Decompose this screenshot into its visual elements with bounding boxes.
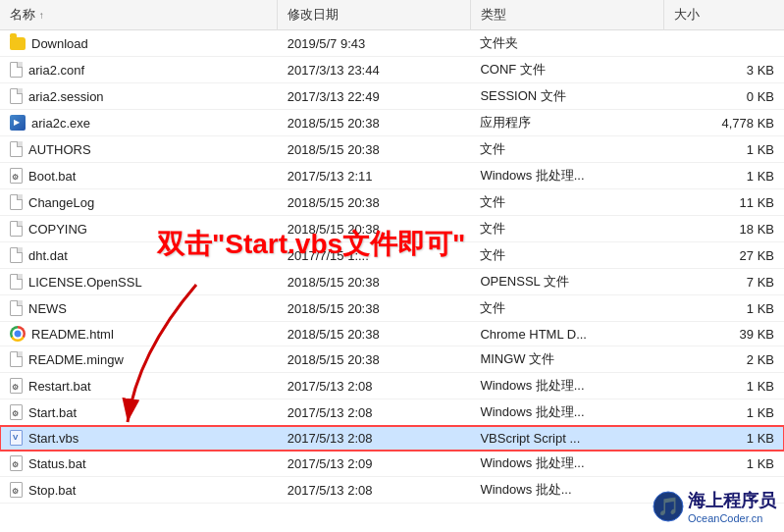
file-type: SESSION 文件 [470, 83, 663, 110]
header-type[interactable]: 类型 [470, 0, 663, 30]
table-row[interactable]: ⚙Boot.bat2017/5/13 2:11Windows 批处理...1 K… [0, 163, 784, 189]
table-row[interactable]: aria2c.exe2018/5/15 20:38应用程序4,778 KB [0, 110, 784, 136]
header-date[interactable]: 修改日期 [278, 0, 471, 30]
file-name-cell: AUTHORS [0, 136, 278, 163]
file-date: 2017/5/13 2:08 [278, 477, 471, 504]
file-icon [10, 88, 23, 104]
table-row[interactable]: Start.vbs2017/5/13 2:08VBScript Script .… [0, 426, 784, 451]
watermark-label: 海上程序员 OceanCoder.cn [688, 489, 776, 524]
file-size: 0 KB [663, 83, 784, 110]
file-type: Windows 批处... [470, 477, 663, 504]
file-date: 2018/5/15 20:38 [278, 216, 471, 242]
file-name-cell: README.mingw [0, 346, 278, 373]
file-name-label: Restart.bat [28, 379, 91, 394]
file-name-label: Start.vbs [28, 431, 78, 446]
file-type: CONF 文件 [470, 57, 663, 83]
file-name-cell: aria2.conf [0, 57, 278, 83]
file-icon [10, 62, 23, 78]
file-name-cell: Start.vbs [0, 426, 278, 451]
file-name-label: LICENSE.OpenSSL [28, 275, 142, 290]
table-row[interactable]: COPYING2018/5/15 20:38文件18 KB [0, 216, 784, 242]
file-name-label: Boot.bat [28, 169, 76, 184]
table-row[interactable]: aria2.session2017/3/13 22:49SESSION 文件0 … [0, 83, 784, 110]
table-row[interactable]: LICENSE.OpenSSL2018/5/15 20:38OPENSSL 文件… [0, 269, 784, 295]
file-date: 2018/5/15 20:38 [278, 110, 471, 136]
table-row[interactable]: ⚙Status.bat2017/5/13 2:09Windows 批处理...1… [0, 451, 784, 477]
file-size [663, 30, 784, 57]
file-date: 2018/5/15 20:38 [278, 295, 471, 322]
file-name-label: aria2.conf [28, 63, 84, 78]
file-size: 4,778 KB [663, 110, 784, 136]
file-type: 文件 [470, 242, 663, 269]
file-type: 应用程序 [470, 110, 663, 136]
file-date: 2019/5/7 9:43 [278, 30, 471, 57]
table-row[interactable]: ⚙Restart.bat2017/5/13 2:08Windows 批处理...… [0, 373, 784, 399]
file-name-cell: aria2c.exe [0, 110, 278, 136]
file-icon [10, 274, 23, 290]
table-row[interactable]: README.html2018/5/15 20:38Chrome HTML D.… [0, 322, 784, 346]
watermark-logo-icon: 🎵 [653, 491, 684, 522]
table-row[interactable]: AUTHORS2018/5/15 20:38文件1 KB [0, 136, 784, 163]
file-size: 27 KB [663, 242, 784, 269]
file-name-cell: ⚙Boot.bat [0, 163, 278, 189]
svg-text:🎵: 🎵 [657, 496, 680, 517]
file-type: 文件 [470, 136, 663, 163]
file-name-cell: dht.dat [0, 242, 278, 269]
file-type: MINGW 文件 [470, 346, 663, 373]
file-date: 2018/5/15 20:38 [278, 189, 471, 216]
watermark-brand: 海上程序员 [688, 489, 776, 512]
file-size: 1 KB [663, 426, 784, 451]
file-date: 2018/5/15 20:38 [278, 346, 471, 373]
file-icon: ⚙ [10, 455, 23, 471]
file-name-label: Download [31, 36, 88, 51]
file-size: 39 KB [663, 322, 784, 346]
file-size: 1 KB [663, 163, 784, 189]
file-size: 3 KB [663, 57, 784, 83]
file-type: 文件 [470, 295, 663, 322]
table-row[interactable]: Download2019/5/7 9:43文件夹 [0, 30, 784, 57]
file-icon [10, 37, 26, 50]
header-name[interactable]: 名称 ↑ [0, 0, 278, 30]
file-icon: ⚙ [10, 168, 23, 184]
table-row[interactable]: README.mingw2018/5/15 20:38MINGW 文件2 KB [0, 346, 784, 373]
file-icon [10, 221, 23, 237]
file-name-label: COPYING [28, 222, 87, 237]
file-type: Chrome HTML D... [470, 322, 663, 346]
watermark-site: OceanCoder.cn [688, 512, 776, 524]
file-size: 1 KB [663, 136, 784, 163]
file-name-cell: Download [0, 30, 278, 57]
file-size: 1 KB [663, 373, 784, 399]
header-size[interactable]: 大小 [663, 0, 784, 30]
file-icon [10, 300, 23, 316]
table-row[interactable]: aria2.conf2017/3/13 23:44CONF 文件3 KB [0, 57, 784, 83]
file-date: 2018/5/15 20:38 [278, 136, 471, 163]
file-name-cell: LICENSE.OpenSSL [0, 269, 278, 295]
file-name-label: Start.bat [28, 405, 77, 420]
file-date: 2018/5/15 20:38 [278, 322, 471, 346]
file-name-cell: ⚙Stop.bat [0, 477, 278, 504]
file-table: 名称 ↑ 修改日期 类型 大小 Download2019/5/7 9:43文件夹… [0, 0, 784, 504]
file-type: Windows 批处理... [470, 373, 663, 399]
file-name-cell: README.html [0, 322, 278, 346]
table-row[interactable]: ⚙Start.bat2017/5/13 2:08Windows 批处理...1 … [0, 399, 784, 426]
file-size: 11 KB [663, 189, 784, 216]
file-icon [10, 247, 23, 263]
file-name-cell: ⚙Start.bat [0, 399, 278, 426]
file-name-label: NEWS [28, 301, 67, 316]
table-row[interactable]: NEWS2018/5/15 20:38文件1 KB [0, 295, 784, 322]
table-row[interactable]: ChangeLog2018/5/15 20:38文件11 KB [0, 189, 784, 216]
file-icon: ⚙ [10, 404, 23, 420]
file-date: 2017/3/13 22:49 [278, 83, 471, 110]
table-row[interactable]: dht.dat2017/7/15 1:...文件27 KB [0, 242, 784, 269]
table-header: 名称 ↑ 修改日期 类型 大小 [0, 0, 784, 30]
file-date: 2017/3/13 23:44 [278, 57, 471, 83]
file-icon [10, 430, 23, 446]
file-type: VBScript Script ... [470, 426, 663, 451]
file-name-cell: COPYING [0, 216, 278, 242]
file-icon [10, 115, 26, 131]
file-type: 文件 [470, 189, 663, 216]
file-size: 7 KB [663, 269, 784, 295]
file-name-label: aria2.session [28, 89, 104, 104]
file-name-label: aria2c.exe [31, 116, 90, 131]
file-name-label: AUTHORS [28, 142, 91, 157]
